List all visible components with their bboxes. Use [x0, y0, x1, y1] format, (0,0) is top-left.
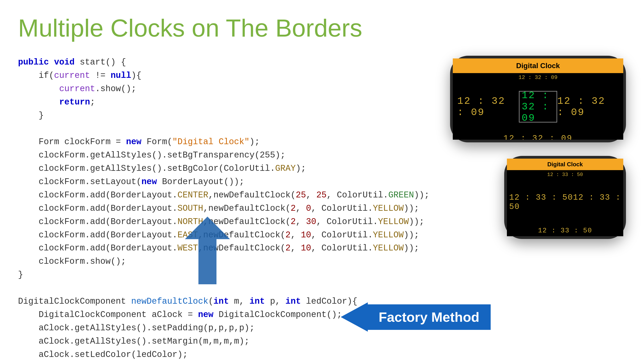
phone-small-header: Digital Clock: [507, 159, 623, 170]
code-line-7: Form clockForm = new Form("Digital Clock…: [18, 135, 429, 149]
phone-large: Digital Clock 12 : 32 : 09 12 : 32 : 09 …: [450, 56, 626, 142]
code-line-2: if(current != null){: [18, 69, 429, 82]
phone-small-screen: Digital Clock 12 : 33 : 50 12 : 33 : 501…: [507, 159, 623, 236]
code-line-5: }: [18, 109, 429, 122]
code-line-8: clockForm.getAllStyles().setBgTransparen…: [18, 149, 429, 162]
right-panel: Digital Clock 12 : 32 : 09 12 : 32 : 09 …: [429, 56, 626, 344]
clock-left: 12 : 32 : 09: [457, 95, 519, 118]
phone-large-clock-grid: 12 : 32 : 09 12 : 32 : 09 12 : 32 : 09: [453, 82, 623, 132]
svg-marker-1: [185, 217, 230, 284]
code-line-6: [18, 122, 429, 135]
code-line-23: aClock.setLedColor(ledColor);: [18, 348, 429, 361]
code-line-1: public void start() {: [18, 56, 429, 69]
code-line-10: clockForm.setLayout(new BorderLayout());: [18, 175, 429, 189]
phone-small-clock-text: 12 : 33 : 5012 : 33 : 50: [509, 193, 621, 211]
phone-small-time-bottom: 12 : 33 : 50: [507, 225, 623, 236]
svg-marker-0: [341, 302, 368, 332]
clock-cell-center: 12 : 32 : 09: [519, 91, 558, 123]
code-arrow: [185, 217, 230, 284]
factory-method-label: Factory Method: [367, 304, 491, 330]
code-line-9: clockForm.getAllStyles().setBgColor(Colo…: [18, 162, 429, 175]
phone-large-header: Digital Clock: [453, 59, 623, 73]
clock-right: 12 : 32 : 09: [557, 95, 619, 118]
phone-large-time-bottom: 12 : 32 : 09: [453, 132, 623, 140]
content-area: public void start() { if(current != null…: [18, 56, 626, 344]
phone-small-clock-middle: 12 : 33 : 5012 : 33 : 50: [507, 179, 623, 225]
phone-small-time-header: 12 : 33 : 50: [507, 170, 623, 179]
clock-center: 12 : 32 : 09: [522, 90, 554, 124]
clock-cell-left: 12 : 32 : 09: [457, 95, 519, 118]
clock-cell-right: 12 : 32 : 09: [557, 95, 619, 118]
phone-large-time-top: 12 : 32 : 09: [453, 73, 623, 82]
code-line-22: aClock.getAllStyles().setMargin(m,m,m,m)…: [18, 335, 429, 348]
code-line-12: clockForm.add(BorderLayout.SOUTH,newDefa…: [18, 202, 429, 215]
slide-title: Multiple Clocks on The Borders: [18, 14, 626, 42]
code-line-4: return;: [18, 96, 429, 109]
code-panel: public void start() { if(current != null…: [18, 56, 429, 344]
phone-large-screen: Digital Clock 12 : 32 : 09 12 : 32 : 09 …: [453, 59, 623, 140]
factory-method-container: Factory Method: [341, 302, 491, 332]
code-line-3: current.show();: [18, 82, 429, 96]
phone-small: Digital Clock 12 : 33 : 50 12 : 33 : 501…: [504, 156, 626, 239]
slide: Multiple Clocks on The Borders public vo…: [0, 0, 644, 361]
factory-method-arrow: [341, 302, 368, 332]
code-line-11: clockForm.add(BorderLayout.CENTER,newDef…: [18, 189, 429, 202]
